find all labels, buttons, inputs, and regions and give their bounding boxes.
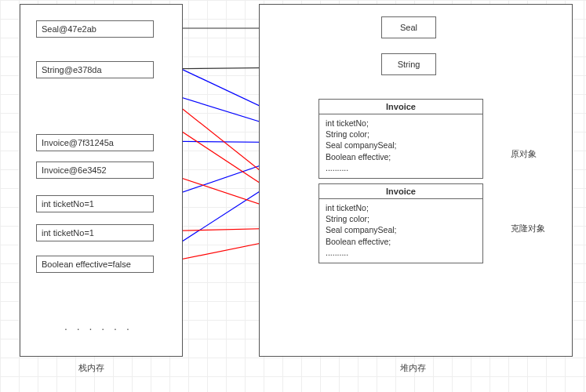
stack-invoice2-ref: Invoice@6e3452 bbox=[36, 162, 154, 179]
invoice-original-body: int ticketNo; String color; Seal company… bbox=[319, 114, 482, 178]
heap-seal-object: Seal bbox=[381, 16, 436, 38]
invoice-clone-title: Invoice bbox=[319, 184, 482, 199]
heap-invoice-original: Invoice int ticketNo; String color; Seal… bbox=[318, 99, 483, 179]
stack-memory-container: Seal@47e2ab String@e378da Invoice@7f3124… bbox=[20, 4, 183, 357]
stack-string-ref: String@e378da bbox=[36, 61, 154, 78]
heap-string-object: String bbox=[381, 53, 436, 75]
stack-ticketno2: int ticketNo=1 bbox=[36, 224, 154, 241]
stack-label: 栈内存 bbox=[78, 362, 104, 374]
stack-seal-ref: Seal@47e2ab bbox=[36, 20, 154, 38]
diagram-canvas: Seal@47e2ab String@e378da Invoice@7f3124… bbox=[0, 0, 586, 392]
stack-ellipsis: . . . . . . bbox=[64, 320, 133, 332]
heap-memory-container: Seal String Invoice int ticketNo; String… bbox=[259, 4, 573, 357]
heap-label: 堆内存 bbox=[400, 362, 426, 374]
stack-ticketno1: int ticketNo=1 bbox=[36, 195, 154, 212]
original-label: 原对象 bbox=[511, 148, 537, 160]
stack-invoice1-ref: Invoice@7f31245a bbox=[36, 134, 154, 151]
invoice-clone-body: int ticketNo; String color; Seal company… bbox=[319, 199, 482, 263]
heap-invoice-clone: Invoice int ticketNo; String color; Seal… bbox=[318, 183, 483, 263]
invoice-original-title: Invoice bbox=[319, 100, 482, 114]
clone-label: 克隆对象 bbox=[511, 223, 545, 234]
stack-effective: Boolean effective=false bbox=[36, 256, 154, 273]
